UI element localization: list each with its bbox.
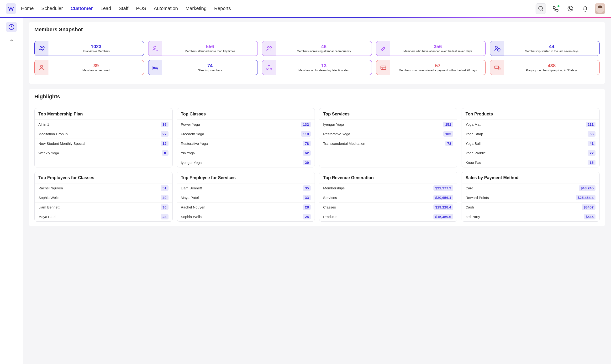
snapshot-value: 1023 [91, 44, 101, 49]
list-item[interactable]: All in 136 [35, 119, 172, 129]
list-item[interactable]: Rachel Nguyen51 [35, 183, 172, 193]
highlight-title: Top Employees for Classes [35, 172, 172, 183]
snapshot-card[interactable]: 13Members on fourteen day tetention aler… [262, 60, 372, 75]
snapshot-card[interactable]: 39Members on red alert [34, 60, 144, 75]
list-item-value: $25,454.4 [576, 195, 596, 200]
nav-item-lead[interactable]: Lead [100, 6, 111, 11]
nav-item-customer[interactable]: Customer [70, 6, 93, 11]
list-item[interactable]: Sophia Wells25 [177, 212, 315, 221]
recycle-icon [262, 60, 276, 75]
list-item[interactable]: Knee Pad15 [462, 158, 599, 167]
nav-item-pos[interactable]: POS [136, 6, 146, 11]
list-item[interactable]: Yoga Strap56 [462, 129, 599, 139]
snapshot-card[interactable]: 44Membership started in the last seven d… [490, 41, 599, 56]
nav-item-staff[interactable]: Staff [119, 6, 128, 11]
list-item[interactable]: Power Yoga132 [177, 119, 315, 129]
list-item[interactable]: Maya Patel28 [35, 212, 172, 221]
phone-button[interactable] [550, 3, 561, 14]
list-item[interactable]: Liam Bennett35 [177, 183, 315, 193]
list-item-value: 36 [161, 122, 169, 127]
list-item-name: Yin Yoga [181, 151, 195, 155]
list-item-name: Rachel Nguyen [181, 205, 205, 209]
list-item-name: Iyengar Yoga [323, 122, 344, 126]
nav-item-automation[interactable]: Automation [154, 6, 178, 11]
list-item-name: Classes [323, 205, 336, 209]
list-item-name: Yoga Mat [466, 122, 481, 126]
list-item[interactable]: 3rd Party$565 [462, 212, 599, 221]
list-item[interactable]: Classes$19,228.4 [319, 202, 457, 212]
snapshot-card[interactable]: 57Members who have missed a payment with… [376, 60, 486, 75]
list-item[interactable]: Transcendental Meditation78 [319, 139, 457, 148]
whatsapp-button[interactable] [565, 3, 576, 14]
list-item-value: 35 [303, 185, 311, 191]
list-item[interactable]: Yoga Mat211 [462, 119, 599, 129]
snapshot-card[interactable]: 1023Total Active Members [34, 41, 144, 56]
list-item[interactable]: Cash$8457 [462, 202, 599, 212]
snapshot-body: 438Pre-pay membership expiring in 30 day… [504, 60, 599, 75]
highlight-title: Top Classes [177, 108, 315, 119]
list-item-name: Transcendental Meditation [323, 142, 365, 145]
highlight-title: Top Revenue Generation [319, 172, 457, 183]
list-item[interactable]: Weekly Yoga8 [35, 148, 172, 158]
snapshot-card[interactable]: 74Sleeping members [148, 60, 258, 75]
list-item[interactable]: Services$20,656.1 [319, 193, 457, 202]
list-item-name: All in 1 [39, 122, 49, 126]
list-item[interactable]: New Student Monthly Special12 [35, 139, 172, 148]
snapshot-card[interactable]: 438Pre-pay membership expiring in 30 day… [490, 60, 599, 75]
highlight-card: Top ProductsYoga Mat211Yoga Strap56Yoga … [462, 108, 600, 168]
list-item[interactable]: Meditation Drop In27 [35, 129, 172, 139]
app-logo[interactable] [6, 3, 16, 14]
list-item-name: Knee Pad [466, 160, 481, 165]
notifications-button[interactable] [580, 3, 590, 14]
list-item-value: $43,245 [579, 185, 596, 191]
list-item[interactable]: Card$43,245 [462, 183, 599, 193]
list-item-name: Power Yoga [181, 122, 200, 126]
list-item-value: 25 [303, 214, 311, 220]
sidebar-recent-button[interactable] [6, 22, 17, 32]
list-item-value: $8457 [582, 204, 596, 210]
list-item[interactable]: Memberships$22,377.3 [319, 183, 457, 193]
list-item-name: Restorative Yoga [181, 142, 208, 145]
highlight-card: Top Employee for ServicesLiam Bennett35M… [177, 172, 315, 221]
list-item[interactable]: Freedom Yoga110 [177, 129, 315, 139]
user-avatar[interactable] [595, 3, 605, 14]
highlight-card: Top Membership PlanAll in 136Meditation … [34, 108, 173, 168]
list-item[interactable]: Rachel Nguyen28 [177, 202, 315, 212]
list-item[interactable]: Restorative Yoga103 [319, 129, 457, 139]
credit-card-icon [376, 60, 390, 75]
list-item[interactable]: Maya Patel33 [177, 193, 315, 202]
list-item[interactable]: Yoga Ball41 [462, 139, 599, 148]
snapshot-card[interactable]: 46Members increasing attendance frequenc… [262, 41, 372, 56]
snapshot-body: 39Members on red alert [48, 60, 144, 75]
sidebar-collapse-button[interactable] [6, 35, 17, 46]
snapshot-card[interactable]: 356Members who have attended over the la… [376, 41, 486, 56]
topbar: HomeSchedulerCustomerLeadStaffPOSAutomat… [0, 0, 611, 17]
snapshot-label: Members who have attended over the last … [403, 50, 472, 53]
list-item-name: Rachel Nguyen [39, 186, 63, 190]
list-item-name: 3rd Party [466, 215, 480, 219]
list-item[interactable]: Yin Yoga62 [177, 148, 315, 158]
list-item[interactable]: Sophia Wells49 [35, 193, 172, 202]
nav-item-scheduler[interactable]: Scheduler [41, 6, 63, 11]
list-item-value: 12 [161, 141, 169, 146]
snapshot-card[interactable]: 556Members attended more than fifty time… [148, 41, 258, 56]
topbar-actions [536, 3, 605, 14]
highlight-title: Top Services [319, 108, 457, 119]
list-item-value: 36 [161, 204, 169, 210]
list-item[interactable]: Iyengar Yoga151 [319, 119, 457, 129]
highlight-title: Top Membership Plan [35, 108, 172, 119]
nav-item-reports[interactable]: Reports [214, 6, 231, 11]
list-item-name: Sophia Wells [181, 215, 202, 219]
snapshot-body: 46Members increasing attendance frequenc… [276, 41, 371, 56]
list-item[interactable]: Liam Bennett36 [35, 202, 172, 212]
search-button[interactable] [536, 3, 546, 14]
nav-item-home[interactable]: Home [21, 6, 34, 11]
list-item[interactable]: Restorative Yoga78 [177, 139, 315, 148]
list-item[interactable]: Products$15,459.6 [319, 212, 457, 221]
list-item[interactable]: Iyengar Yoga29 [177, 158, 315, 167]
list-item[interactable]: Reward Points$25,454.4 [462, 193, 599, 202]
nav-item-marketing[interactable]: Marketing [186, 6, 206, 11]
list-item[interactable]: Yoga Paddle22 [462, 148, 599, 158]
list-item-name: Cash [466, 205, 474, 209]
list-item-name: Liam Bennett [39, 205, 59, 209]
